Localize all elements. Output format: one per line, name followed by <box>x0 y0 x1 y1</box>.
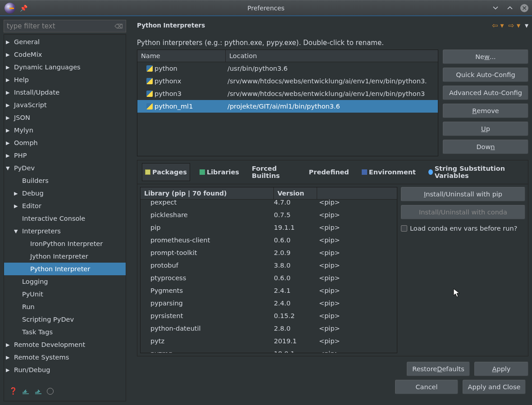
tree-item-install-update[interactable]: ▶Install/Update <box>4 86 126 99</box>
expander-icon[interactable]: ▶ <box>6 342 13 348</box>
package-row[interactable]: pip19.1.1<pip> <box>141 221 397 234</box>
interpreter-row[interactable]: python_ml1/projekte/GIT/ai/ml1/bin/pytho… <box>137 100 438 113</box>
expander-icon[interactable]: ▼ <box>6 165 13 171</box>
tree-item-interactive-console[interactable]: Interactive Console <box>4 212 126 225</box>
tree-item-pydev[interactable]: ▼PyDev <box>4 162 126 174</box>
apply-and-close-button[interactable]: Apply and Close <box>463 380 526 394</box>
install-pip-button[interactable]: Install/Uninstall with pip <box>401 187 525 201</box>
tree-item-general[interactable]: ▶General <box>4 36 126 48</box>
tab-predefined[interactable]: Predefined <box>306 163 352 181</box>
tree-item-remote-systems[interactable]: ▶Remote Systems <box>4 351 126 364</box>
export-icon[interactable] <box>34 387 42 395</box>
tree-item-json[interactable]: ▶JSON <box>4 111 126 124</box>
tab-libraries[interactable]: Libraries <box>196 163 242 181</box>
interpreter-row[interactable]: python3/srv/www/htdocs/webs/entwicklung/… <box>137 87 438 100</box>
package-row[interactable]: pytz2019.1<pip> <box>141 335 397 347</box>
tree-item-scripting-pydev[interactable]: Scripting PyDev <box>4 313 126 326</box>
col-version[interactable]: Version <box>274 187 317 199</box>
tree-item-php[interactable]: ▶PHP <box>4 149 126 162</box>
checkbox-icon[interactable] <box>401 225 407 232</box>
nav-forward-icon[interactable]: ⇨ ▾ <box>508 21 520 30</box>
maximize-icon[interactable] <box>506 4 514 12</box>
oomph-icon[interactable] <box>47 388 54 395</box>
clear-filter-icon[interactable]: ⌫ <box>115 23 123 30</box>
package-row[interactable]: pickleshare0.7.5<pip> <box>141 209 397 221</box>
minimize-icon[interactable] <box>491 4 500 12</box>
expander-icon[interactable]: ▶ <box>6 355 13 360</box>
interpreters-table[interactable]: Name Location python/usr/bin/python3.6py… <box>137 50 438 156</box>
nav-back-icon[interactable]: ⇦ ▾ <box>492 21 504 30</box>
expander-icon[interactable]: ▶ <box>6 153 13 159</box>
expander-icon[interactable]: ▶ <box>6 102 13 108</box>
tree-item-debug[interactable]: ▶Debug <box>4 187 126 200</box>
expander-icon[interactable]: ▶ <box>6 64 13 70</box>
interpreter-row[interactable]: python/usr/bin/python3.6 <box>137 62 438 75</box>
tree-item-editor[interactable]: ▶Editor <box>4 200 126 212</box>
tab-forced-builtins[interactable]: Forced Builtins <box>249 163 300 181</box>
tree-item-help[interactable]: ▶Help <box>4 73 126 86</box>
close-icon[interactable]: ✕ <box>520 4 528 12</box>
expander-icon[interactable]: ▶ <box>6 39 13 45</box>
restore-defaults-button[interactable]: Restore Defaults <box>407 362 470 376</box>
cancel-button[interactable]: Cancel <box>395 380 458 394</box>
tree-item-task-tags[interactable]: Task Tags <box>4 326 126 338</box>
tree-item-ironpython-interpreter[interactable]: IronPython Interpreter <box>4 237 126 250</box>
expander-icon[interactable]: ▶ <box>6 127 13 133</box>
tree-item-run-debug[interactable]: ▶Run/Debug <box>4 364 126 376</box>
package-row[interactable]: prompt-toolkit2.0.9<pip> <box>141 246 397 259</box>
pin-icon[interactable]: 📌 <box>20 5 27 12</box>
expander-icon[interactable]: ▶ <box>14 191 21 196</box>
col-name[interactable]: Name <box>137 50 226 62</box>
nav-menu-icon[interactable]: ▾ <box>525 21 528 30</box>
package-row[interactable]: protobuf3.8.0<pip> <box>141 259 397 272</box>
up-button[interactable]: Up <box>443 122 528 136</box>
tree-item-run[interactable]: Run <box>4 300 126 313</box>
col-location[interactable]: Location <box>226 50 438 62</box>
tree-item-mylyn[interactable]: ▶Mylyn <box>4 124 126 137</box>
expander-icon[interactable]: ▶ <box>6 115 13 121</box>
expander-icon[interactable]: ▼ <box>14 228 21 234</box>
expander-icon[interactable]: ▶ <box>6 367 13 373</box>
package-row[interactable]: python-dateutil2.8.0<pip> <box>141 322 397 335</box>
col-library[interactable]: Library (pip | 70 found) <box>141 187 274 199</box>
filter-input[interactable]: type filter text ⌫ <box>4 20 126 32</box>
apply-button[interactable]: Apply <box>474 362 528 376</box>
tree-item-dynamic-languages[interactable]: ▶Dynamic Languages <box>4 61 126 73</box>
import-icon[interactable] <box>22 387 30 395</box>
pkg-name: ptyprocess <box>141 274 274 282</box>
expander-icon[interactable]: ▶ <box>6 90 13 96</box>
tree-item-pyunit[interactable]: PyUnit <box>4 288 126 300</box>
expander-icon[interactable]: ▶ <box>6 77 13 83</box>
expander-icon[interactable]: ▶ <box>6 52 13 58</box>
package-row[interactable]: pyzmq18.0.1<pip> <box>141 347 397 353</box>
tree-item-codemix[interactable]: ▶CodeMix <box>4 48 126 61</box>
tab-packages[interactable]: Packages <box>142 163 190 181</box>
tab-string-substitution[interactable]: String Substitution Variables <box>425 163 523 181</box>
expander-icon[interactable]: ▶ <box>6 140 13 146</box>
down-button[interactable]: Down <box>443 140 528 154</box>
package-row[interactable]: pyparsing2.4.0<pip> <box>141 297 397 309</box>
tree-item-jython-interpreter[interactable]: Jython Interpreter <box>4 250 126 263</box>
packages-table[interactable]: Library (pip | 70 found) Version pexpect… <box>140 187 397 353</box>
tree-item-interpreters[interactable]: ▼Interpreters <box>4 225 126 237</box>
package-row[interactable]: pyrsistent0.15.2<pip> <box>141 309 397 322</box>
interpreter-row[interactable]: pythonx/srv/www/htdocs/webs/entwicklung/… <box>137 75 438 87</box>
remove-button[interactable]: Remove <box>443 104 528 118</box>
tree-item-oomph[interactable]: ▶Oomph <box>4 137 126 149</box>
tree-item-python-interpreter[interactable]: Python Interpreter <box>4 263 126 275</box>
advanced-auto-config-button[interactable]: Advanced Auto-Config <box>443 86 528 100</box>
preferences-tree[interactable]: ▶General▶CodeMix▶Dynamic Languages▶Help▶… <box>4 34 126 401</box>
tree-item-javascript[interactable]: ▶JavaScript <box>4 99 126 111</box>
expander-icon[interactable]: ▶ <box>14 203 21 209</box>
tab-environment[interactable]: Environment <box>359 163 419 181</box>
tree-item-remote-development[interactable]: ▶Remote Development <box>4 338 126 351</box>
quick-auto-config-button[interactable]: Quick Auto-Config <box>443 68 528 82</box>
load-conda-checkbox[interactable]: Load conda env vars before run? <box>401 225 525 232</box>
help-icon[interactable]: ❓ <box>9 387 17 395</box>
package-row[interactable]: Pygments2.4.1<pip> <box>141 284 397 297</box>
package-row[interactable]: prometheus-client0.6.0<pip> <box>141 234 397 246</box>
tree-item-builders[interactable]: Builders <box>4 174 126 187</box>
new-button[interactable]: New... <box>443 50 528 64</box>
tree-item-logging[interactable]: Logging <box>4 275 126 288</box>
package-row[interactable]: ptyprocess0.6.0<pip> <box>141 272 397 284</box>
